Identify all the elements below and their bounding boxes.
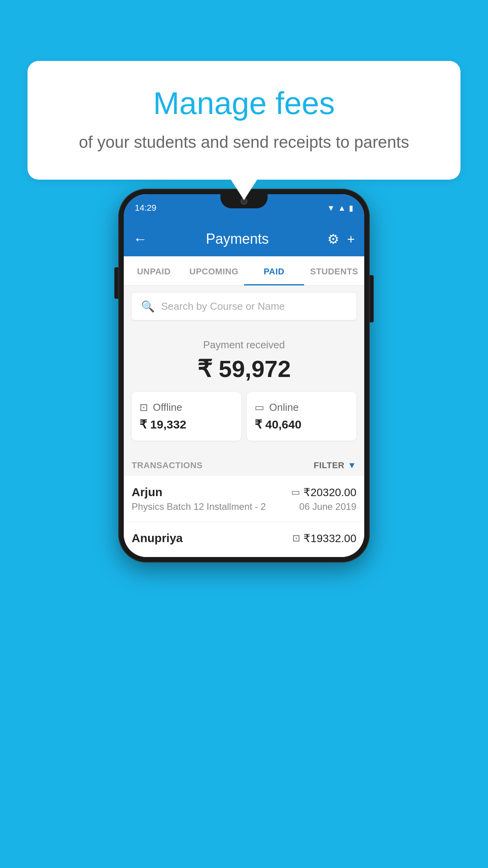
online-icon: ▭ [255, 401, 264, 414]
transaction-date: 06 June 2019 [299, 501, 356, 512]
online-label: Online [269, 401, 299, 414]
tab-unpaid[interactable]: UNPAID [124, 256, 184, 285]
filter-button[interactable]: FILTER ▼ [314, 460, 356, 471]
transaction-top: Anupriya ⊡ ₹19332.00 [132, 531, 356, 545]
transaction-top: Arjun ▭ ₹20320.00 [132, 485, 356, 499]
tabs-bar: UNPAID UPCOMING PAID STUDENTS [124, 256, 364, 286]
offline-amount: ₹ 19,332 [139, 417, 233, 431]
back-button[interactable]: ← [133, 231, 147, 247]
payment-received-section: Payment received ₹ 59,972 ⊡ Offline ₹ 19… [124, 327, 364, 452]
online-card: ▭ Online ₹ 40,640 [247, 392, 356, 441]
payment-received-amount: ₹ 59,972 [132, 355, 356, 383]
tab-students[interactable]: STUDENTS [304, 256, 364, 285]
search-icon: 🔍 [141, 300, 155, 313]
online-amount: ₹ 40,640 [255, 417, 349, 431]
filter-icon: ▼ [348, 460, 356, 471]
app-bar: ← Payments ⚙ + [124, 222, 364, 256]
offline-icon: ⊡ [139, 401, 148, 414]
offline-card-header: ⊡ Offline [139, 401, 233, 414]
transaction-name: Anupriya [132, 531, 183, 545]
bubble-title: Manage fees [59, 85, 429, 122]
phone-wrapper: 14:29 ▼ ▲ ▮ ← Payments ⚙ + [118, 189, 370, 563]
signal-icon: ▲ [338, 204, 346, 213]
add-icon[interactable]: + [347, 232, 355, 247]
offline-card: ⊡ Offline ₹ 19,332 [132, 392, 241, 441]
online-card-header: ▭ Online [255, 401, 349, 414]
tab-paid[interactable]: PAID [244, 256, 304, 285]
online-payment-icon: ▭ [291, 487, 300, 498]
settings-icon[interactable]: ⚙ [327, 231, 339, 247]
payment-received-label: Payment received [132, 339, 356, 351]
transactions-header: TRANSACTIONS FILTER ▼ [124, 452, 364, 476]
speech-bubble: Manage fees of your students and send re… [28, 61, 460, 180]
amount-value: ₹20320.00 [303, 486, 356, 499]
speech-bubble-container: Manage fees of your students and send re… [28, 61, 460, 180]
wifi-icon: ▼ [327, 204, 335, 213]
phone-screen: 14:29 ▼ ▲ ▮ ← Payments ⚙ + [124, 194, 364, 557]
payment-cards: ⊡ Offline ₹ 19,332 ▭ Online ₹ 40,640 [132, 392, 356, 441]
status-time: 14:29 [135, 203, 156, 213]
search-bar[interactable]: 🔍 Search by Course or Name [132, 293, 356, 320]
transaction-row[interactable]: Anupriya ⊡ ₹19332.00 [124, 522, 364, 557]
transaction-bottom: Physics Batch 12 Installment - 2 06 June… [132, 501, 356, 512]
transactions-label: TRANSACTIONS [132, 460, 203, 471]
offline-label: Offline [153, 401, 182, 414]
tab-upcoming[interactable]: UPCOMING [184, 256, 244, 285]
transaction-desc: Physics Batch 12 Installment - 2 [132, 501, 266, 512]
transaction-amount: ▭ ₹20320.00 [291, 486, 356, 499]
transactions-list: Arjun ▭ ₹20320.00 Physics Batch 12 Insta… [124, 476, 364, 557]
status-icons: ▼ ▲ ▮ [327, 203, 353, 213]
transaction-name: Arjun [132, 485, 162, 499]
amount-value: ₹19332.00 [303, 532, 356, 545]
transaction-row[interactable]: Arjun ▭ ₹20320.00 Physics Batch 12 Insta… [124, 476, 364, 522]
bubble-subtitle: of your students and send receipts to pa… [59, 131, 429, 154]
battery-icon: ▮ [349, 203, 353, 213]
search-container: 🔍 Search by Course or Name [124, 286, 364, 327]
search-placeholder: Search by Course or Name [161, 300, 285, 313]
transaction-amount: ⊡ ₹19332.00 [292, 532, 356, 545]
offline-payment-icon: ⊡ [292, 533, 300, 544]
app-bar-actions: ⚙ + [327, 231, 355, 247]
phone-outer: 14:29 ▼ ▲ ▮ ← Payments ⚙ + [118, 189, 370, 563]
filter-label: FILTER [314, 460, 344, 471]
app-bar-title: Payments [155, 231, 319, 247]
